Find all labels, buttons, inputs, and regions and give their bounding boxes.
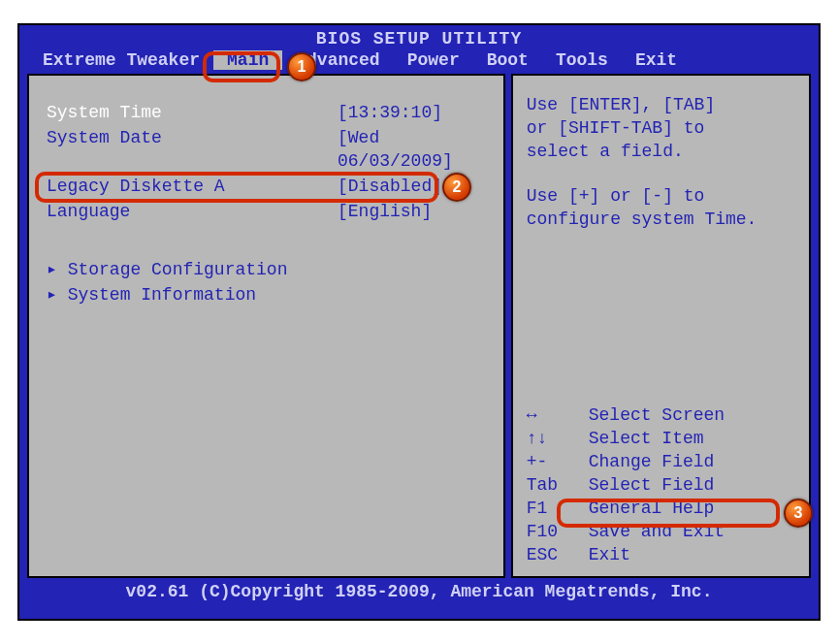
footer-copyright: v02.61 (C)Copyright 1985-2009, American … xyxy=(19,578,819,605)
key-desc: Exit xyxy=(589,543,630,566)
help-text: Use [ENTER], [TAB] or [SHIFT-TAB] to sel… xyxy=(527,93,797,231)
key-select-item: ↑↓ Select Item xyxy=(527,427,797,450)
key-select-screen: ↔ Select Screen xyxy=(527,403,797,427)
key-exit: ESC Exit xyxy=(527,543,797,566)
key-select-field: Tab Select Field xyxy=(527,473,797,497)
setting-language[interactable]: Language [English] xyxy=(47,200,494,223)
key-general-help: F1 General Help xyxy=(527,497,797,520)
submenus: Storage Configuration System Information xyxy=(47,258,494,306)
content-panels: System Time [13:39:10] System Date [Wed … xyxy=(19,74,819,578)
setting-system-time[interactable]: System Time [13:39:10] xyxy=(47,101,494,124)
menu-power[interactable]: Power xyxy=(394,50,473,70)
menu-bar: Extreme Tweaker Main Advanced Power Boot… xyxy=(19,48,819,74)
help-line: or [SHIFT-TAB] to xyxy=(527,116,797,140)
key-change-field: +- Change Field xyxy=(527,450,797,473)
menu-main[interactable]: Main xyxy=(213,50,282,70)
key-save-exit: F10 Save and Exit xyxy=(527,520,797,543)
submenu-system-info[interactable]: System Information xyxy=(47,283,494,306)
legacy-diskette-label: Legacy Diskette A xyxy=(47,175,338,198)
setting-system-date[interactable]: System Date [Wed 06/03/2009] xyxy=(47,126,494,173)
menu-advanced[interactable]: Advanced xyxy=(282,50,393,70)
key-symbol: ↔ xyxy=(527,403,589,427)
help-line: select a field. xyxy=(527,140,797,163)
menu-exit[interactable]: Exit xyxy=(622,50,691,70)
key-desc: General Help xyxy=(589,497,715,520)
language-value[interactable]: [English] xyxy=(338,200,432,223)
key-desc: Save and Exit xyxy=(589,520,725,543)
window-title: BIOS SETUP UTILITY xyxy=(19,25,819,48)
legacy-diskette-value[interactable]: [Disabled] xyxy=(338,175,442,198)
help-panel: Use [ENTER], [TAB] or [SHIFT-TAB] to sel… xyxy=(511,74,811,578)
language-label: Language xyxy=(47,200,338,223)
key-symbol: F1 xyxy=(527,497,589,520)
key-symbol: F10 xyxy=(527,520,589,543)
key-legend: ↔ Select Screen ↑↓ Select Item +- Change… xyxy=(527,403,797,566)
submenu-storage-config[interactable]: Storage Configuration xyxy=(47,258,494,281)
menu-tools[interactable]: Tools xyxy=(542,50,622,70)
key-desc: Change Field xyxy=(589,450,715,473)
key-desc: Select Item xyxy=(589,427,704,450)
key-desc: Select Field xyxy=(589,473,715,497)
setting-legacy-diskette[interactable]: Legacy Diskette A [Disabled] xyxy=(47,175,494,198)
storage-config-label: Storage Configuration xyxy=(47,258,338,281)
key-symbol: ESC xyxy=(527,543,589,566)
key-symbol: Tab xyxy=(527,473,589,497)
system-time-value[interactable]: [13:39:10] xyxy=(338,101,442,124)
help-line: configure system Time. xyxy=(527,208,797,231)
help-line: Use [+] or [-] to xyxy=(527,184,797,208)
bios-window: BIOS SETUP UTILITY Extreme Tweaker Main … xyxy=(17,23,821,621)
system-time-label: System Time xyxy=(47,101,338,124)
key-desc: Select Screen xyxy=(589,403,725,427)
key-symbol: +- xyxy=(527,450,589,473)
key-symbol: ↑↓ xyxy=(527,427,589,450)
system-date-label: System Date xyxy=(47,126,338,173)
help-line: Use [ENTER], [TAB] xyxy=(527,93,797,116)
menu-extreme-tweaker[interactable]: Extreme Tweaker xyxy=(29,50,213,70)
menu-boot[interactable]: Boot xyxy=(473,50,542,70)
system-info-label: System Information xyxy=(47,283,338,306)
system-date-value[interactable]: [Wed 06/03/2009] xyxy=(338,126,494,173)
settings-panel: System Time [13:39:10] System Date [Wed … xyxy=(27,74,505,578)
